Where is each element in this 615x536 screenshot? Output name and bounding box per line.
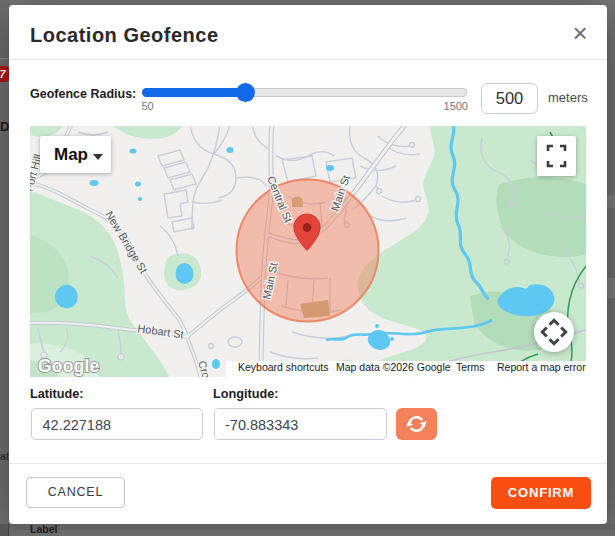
- svg-text:Keyboard shortcuts: Keyboard shortcuts: [238, 361, 328, 373]
- svg-text:Terms: Terms: [456, 361, 485, 373]
- svg-text:Report a map error: Report a map error: [497, 361, 586, 373]
- svg-text:Google: Google: [38, 356, 100, 376]
- svg-text:Map data ©2026 Google: Map data ©2026 Google: [336, 361, 451, 373]
